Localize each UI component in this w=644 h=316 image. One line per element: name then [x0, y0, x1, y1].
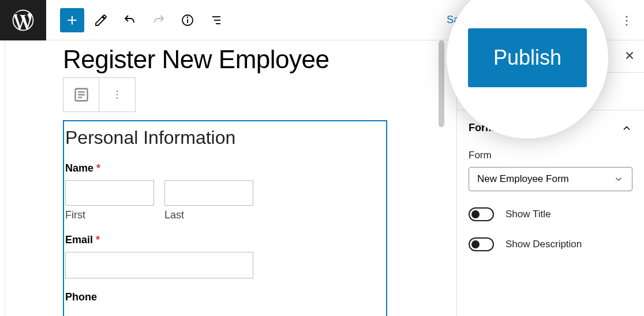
more-vertical-icon — [111, 89, 123, 101]
undo-icon — [123, 13, 137, 27]
show-title-toggle[interactable] — [469, 207, 494, 221]
list-icon — [209, 13, 223, 27]
info-icon — [181, 13, 194, 27]
page-title[interactable]: Register New Employee — [63, 45, 445, 74]
svg-point-14 — [117, 94, 118, 96]
wordpress-icon — [10, 8, 36, 33]
add-block-button[interactable] — [60, 8, 84, 32]
form-select[interactable]: New Employee Form — [469, 167, 632, 191]
show-description-toggle[interactable] — [469, 237, 494, 251]
first-name-input[interactable] — [65, 180, 154, 206]
svg-point-15 — [117, 98, 118, 99]
svg-point-7 — [626, 20, 628, 22]
scrollbar[interactable] — [439, 40, 444, 127]
close-sidebar-button[interactable] — [623, 49, 636, 64]
email-field-label: Email * — [65, 234, 378, 246]
svg-point-8 — [626, 24, 628, 26]
edit-mode-button[interactable] — [89, 8, 113, 32]
list-view-button[interactable] — [204, 8, 229, 32]
redo-button[interactable] — [147, 8, 171, 32]
show-title-label: Show Title — [506, 209, 551, 220]
block-options-button[interactable] — [99, 78, 135, 111]
form-select-label: Form — [469, 150, 632, 161]
form-section-title: Personal Information — [65, 127, 378, 148]
chevron-up-icon — [621, 122, 632, 134]
show-description-label: Show Description — [506, 239, 582, 250]
info-button[interactable] — [175, 8, 200, 32]
svg-point-13 — [117, 91, 118, 92]
svg-point-6 — [626, 16, 628, 18]
pencil-icon — [94, 13, 108, 27]
close-icon — [623, 49, 636, 62]
phone-field-label: Phone — [65, 291, 378, 303]
name-field-label: Name * — [65, 162, 378, 174]
undo-button[interactable] — [118, 8, 142, 32]
redo-icon — [152, 13, 166, 27]
options-menu-button[interactable] — [620, 14, 634, 30]
svg-point-2 — [188, 17, 188, 17]
wordpress-logo[interactable] — [0, 0, 46, 40]
form-block[interactable]: Personal Information Name * First Last — [63, 120, 387, 316]
block-type-button[interactable] — [63, 78, 99, 111]
publish-button[interactable]: Publish — [468, 28, 587, 87]
more-vertical-icon — [620, 14, 634, 28]
form-block-icon — [73, 87, 89, 103]
plus-icon — [65, 13, 80, 28]
last-name-input[interactable] — [164, 180, 253, 206]
form-settings-body: Form New Employee Form Show Title Show D… — [457, 150, 644, 265]
first-name-sublabel: First — [65, 209, 154, 221]
chevron-down-icon — [613, 174, 624, 184]
last-name-sublabel: Last — [164, 209, 253, 221]
block-toolbar — [63, 77, 136, 112]
email-input[interactable] — [65, 252, 253, 278]
block-editor: Register New Employee Personal Informati… — [5, 40, 456, 316]
